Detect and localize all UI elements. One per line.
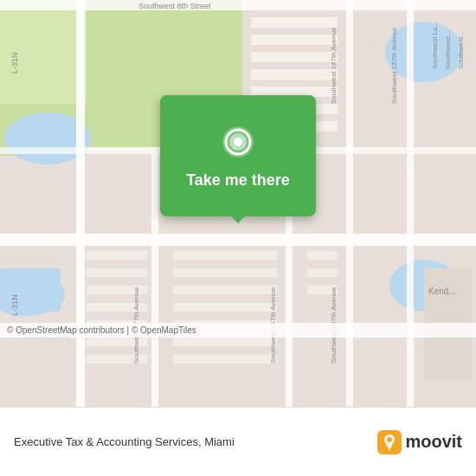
svg-rect-34 <box>173 303 277 312</box>
svg-rect-9 <box>0 0 476 10</box>
svg-rect-12 <box>76 0 85 407</box>
svg-text:Southwest...: Southwest... <box>444 31 452 69</box>
location-pin-icon <box>217 123 259 164</box>
svg-text:Southwest...: Southwest... <box>457 31 465 69</box>
map-attribution: © OpenStreetMap contributors | © OpenMap… <box>0 323 476 338</box>
svg-rect-10 <box>0 234 476 246</box>
svg-rect-17 <box>251 17 338 28</box>
svg-rect-20 <box>251 69 338 80</box>
location-label: Executive Tax & Accounting Services, Mia… <box>14 435 235 448</box>
svg-rect-38 <box>307 251 338 260</box>
svg-text:Southwest La...: Southwest La... <box>431 22 439 69</box>
svg-rect-2 <box>0 0 87 104</box>
svg-rect-13 <box>151 147 158 407</box>
svg-rect-6 <box>0 268 61 312</box>
svg-text:Southwest 147th Avenue: Southwest 147th Avenue <box>330 27 338 104</box>
bottom-bar: Executive Tax & Accounting Services, Mia… <box>0 407 476 476</box>
take-me-there-label: Take me there <box>186 171 290 190</box>
svg-rect-32 <box>173 268 277 277</box>
map-area: L-31N L-31N Southwest 177th Avenue South… <box>0 0 476 407</box>
svg-rect-39 <box>307 268 338 277</box>
moovit-label: moovit <box>405 432 462 452</box>
moovit-logo: moovit <box>377 430 462 454</box>
svg-text:Kend...: Kend... <box>428 286 456 296</box>
svg-text:L-31N: L-31N <box>10 52 19 74</box>
svg-rect-24 <box>87 251 147 260</box>
svg-rect-37 <box>173 355 277 363</box>
svg-rect-25 <box>87 268 147 277</box>
svg-text:Southwest 8th Street: Southwest 8th Street <box>138 2 211 10</box>
svg-rect-15 <box>346 0 353 407</box>
svg-rect-19 <box>251 52 338 62</box>
take-me-there-card[interactable]: Take me there <box>160 95 316 216</box>
svg-rect-36 <box>173 338 277 346</box>
svg-rect-16 <box>407 0 414 407</box>
svg-text:Southwest 137th Avenue: Southwest 137th Avenue <box>390 27 398 104</box>
svg-rect-31 <box>173 251 277 260</box>
svg-point-60 <box>387 437 392 442</box>
svg-text:L-31N: L-31N <box>10 294 19 316</box>
moovit-icon <box>377 430 402 454</box>
svg-point-57 <box>234 138 242 146</box>
svg-rect-18 <box>251 35 338 45</box>
svg-rect-33 <box>173 286 277 294</box>
